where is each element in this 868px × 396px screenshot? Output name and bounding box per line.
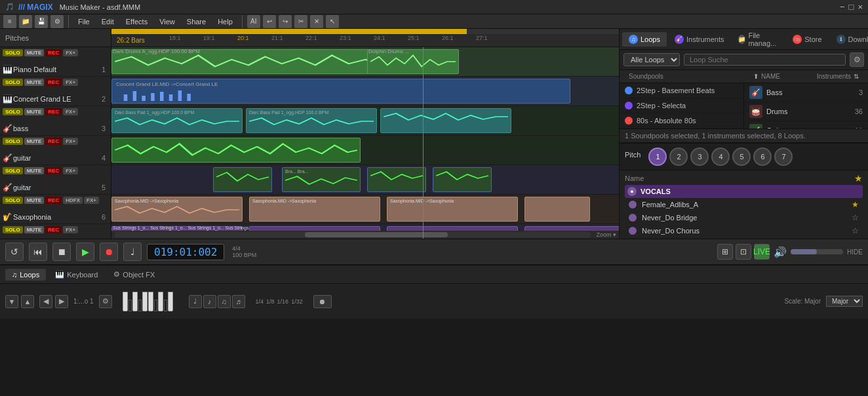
menu-icon-cut[interactable]: ✂ (294, 15, 307, 28)
piano-key-w2[interactable] (132, 292, 138, 311)
sp-item-2[interactable]: 2Step - Selecta (620, 98, 743, 113)
rec-btn-3[interactable]: REC (45, 108, 62, 115)
loop-search-input[interactable] (684, 54, 846, 66)
clip-guitar1-1[interactable] (111, 138, 361, 163)
h-scrollbar-track[interactable] (114, 232, 591, 237)
bc-btn-next[interactable]: ▶ (55, 295, 68, 308)
fx-btn-7[interactable]: FX+ (63, 226, 78, 233)
mute-btn-4[interactable]: MUTE (24, 138, 45, 145)
menu-icon-cursor[interactable]: ↖ (326, 15, 339, 28)
rec-btn-1[interactable]: REC (45, 49, 62, 56)
clip-bass-3[interactable] (380, 108, 511, 133)
h-scrollbar[interactable]: Zoom ▾ (111, 231, 619, 239)
arr-track-5[interactable]: Bra... Bra... (111, 165, 619, 195)
close-button[interactable]: × (858, 2, 863, 12)
mute-btn-1[interactable]: MUTE (24, 49, 45, 56)
record-btn[interactable]: ⏺ (100, 243, 118, 261)
btab-keyboard[interactable]: 🎹 Keyboard (49, 268, 104, 281)
clip-bass-1[interactable]: Darc Bass Pad 1_ogg.HDP 100.0 BPM (111, 108, 243, 133)
clip-guitar2-4[interactable] (433, 167, 492, 192)
tab-store[interactable]: 🛍 Store (786, 32, 828, 47)
note-pattern-3[interactable]: ♫ (218, 295, 231, 308)
transport-icon-1[interactable]: ⊞ (717, 244, 733, 260)
menu-view[interactable]: View (154, 16, 180, 27)
solo-btn-7[interactable]: SOLO (3, 226, 23, 233)
fx-btn-6[interactable]: FX+ (84, 197, 99, 204)
inst-row-guitar[interactable]: 🎸 Guitar 11 (744, 121, 868, 129)
inst-row-bass[interactable]: 🎸 Bass 3 (744, 83, 868, 102)
menu-file[interactable]: File (73, 16, 95, 27)
clip-bass-2[interactable]: Darc Bass Pad 1_ogg.HDP 100.0 BPM (246, 108, 377, 133)
piano-key-w4[interactable] (148, 292, 153, 311)
live-btn[interactable]: LIVE (754, 244, 770, 260)
arr-track-2[interactable]: Concert Grand LE.MID ->Concert Grand LE (111, 77, 619, 106)
bc-btn-prev[interactable]: ◀ (39, 295, 52, 308)
transport-icon-2[interactable]: ⊡ (736, 244, 751, 260)
maximize-button[interactable]: □ (849, 2, 854, 12)
mute-btn-7[interactable]: MUTE (24, 226, 45, 233)
solo-btn-3[interactable]: SOLO (3, 108, 23, 115)
volume-slider[interactable] (791, 249, 843, 254)
solo-btn-5[interactable]: SOLO (3, 167, 23, 174)
gear-button[interactable]: ⚙ (850, 52, 864, 67)
record-bottom-btn[interactable]: ⏺ (313, 295, 332, 308)
menu-icon-save[interactable]: 💾 (35, 15, 48, 28)
clip-sax-2[interactable]: Saxophonia.MID ->Saxophonia (249, 197, 380, 222)
rewind-btn[interactable]: ⏮ (29, 243, 47, 261)
loop-filter-dropdown[interactable]: Alle Loops (623, 53, 680, 66)
piano-key-b4[interactable] (164, 300, 167, 311)
arrangement-area[interactable]: 26:2 Bars 18:1 19:1 20:1 21:1 22:1 23:1 … (111, 29, 619, 239)
menu-icon-open[interactable]: 📁 (19, 15, 32, 28)
h-scrollbar-thumb[interactable] (305, 232, 448, 237)
bc-btn-down[interactable]: ▼ (5, 295, 18, 308)
bc-settings-btn[interactable]: ⚙ (99, 295, 112, 308)
pitch-circle-1[interactable]: 1 (648, 148, 667, 166)
menu-icon-ai[interactable]: AI (247, 15, 260, 28)
mute-btn-5[interactable]: MUTE (24, 167, 45, 174)
tab-filemanager[interactable]: 📁 File manag... (732, 29, 785, 50)
menu-icon-settings[interactable]: ⚙ (50, 15, 64, 28)
solo-btn-1[interactable]: SOLO (3, 49, 23, 56)
menu-share[interactable]: Share (182, 16, 211, 27)
play-btn[interactable]: ▶ (76, 243, 94, 261)
menu-icon-delete[interactable]: ✕ (310, 15, 323, 28)
btab-objectfx[interactable]: ⚙ Object FX (107, 268, 161, 281)
mute-btn-2[interactable]: MUTE (24, 79, 45, 86)
minimize-button[interactable]: − (840, 2, 845, 12)
arr-track-4[interactable] (111, 136, 619, 165)
clip-sax-1[interactable]: Saxophonia.MID ->Saxophonia (111, 197, 243, 222)
scale-select[interactable]: Major (826, 296, 863, 307)
piano-key-b2[interactable] (138, 300, 142, 311)
loop-item-2[interactable]: Never_Do Bridge ☆ (625, 211, 863, 224)
loop-item-3[interactable]: Never_Do Chorus ☆ (625, 224, 863, 237)
menu-icon-redo[interactable]: ↪ (279, 15, 292, 28)
metronome-btn[interactable]: ♩ (123, 243, 142, 261)
menu-effects[interactable]: Effects (121, 16, 153, 27)
arr-track-1[interactable]: Dark Drums A_ogg.HDP 100.00 BPM Dolphin … (111, 47, 619, 77)
fx-btn-1[interactable]: FX+ (63, 49, 78, 56)
menu-icon-undo[interactable]: ↩ (263, 15, 276, 28)
btab-loops[interactable]: ♫ Loops (5, 269, 46, 281)
rec-btn-2[interactable]: REC (45, 79, 62, 86)
piano-key-b3[interactable] (154, 300, 157, 311)
loop-item-1[interactable]: Female_Adlibs_A ★ (625, 198, 863, 211)
pitch-circle-2[interactable]: 2 (669, 148, 688, 166)
rec-btn-4[interactable]: REC (45, 138, 62, 145)
rec-btn-5[interactable]: REC (45, 167, 62, 174)
note-pattern-2[interactable]: ♪ (203, 295, 216, 308)
tab-downloads[interactable]: ⬇ Downloads (830, 32, 868, 47)
clip-sax-4[interactable] (524, 197, 590, 222)
hdfx-btn-6[interactable]: HDFX (63, 197, 83, 204)
rec-btn-6[interactable]: REC (45, 197, 62, 204)
sp-item-3[interactable]: 80s - Absolute 80s (620, 113, 743, 129)
pitch-circle-5[interactable]: 5 (732, 148, 751, 166)
mute-btn-6[interactable]: MUTE (24, 197, 45, 204)
solo-btn-4[interactable]: SOLO (3, 138, 23, 145)
pitch-circle-4[interactable]: 4 (711, 148, 730, 166)
rec-btn-7[interactable]: REC (45, 226, 62, 233)
pitch-circle-7[interactable]: 7 (774, 148, 793, 166)
piano-key-b[interactable] (128, 300, 132, 311)
fx-btn-4[interactable]: FX+ (63, 138, 78, 145)
arr-track-6[interactable]: Saxophonia.MID ->Saxophonia Saxophonia.M… (111, 195, 619, 224)
fx-btn-2[interactable]: FX+ (63, 79, 78, 86)
